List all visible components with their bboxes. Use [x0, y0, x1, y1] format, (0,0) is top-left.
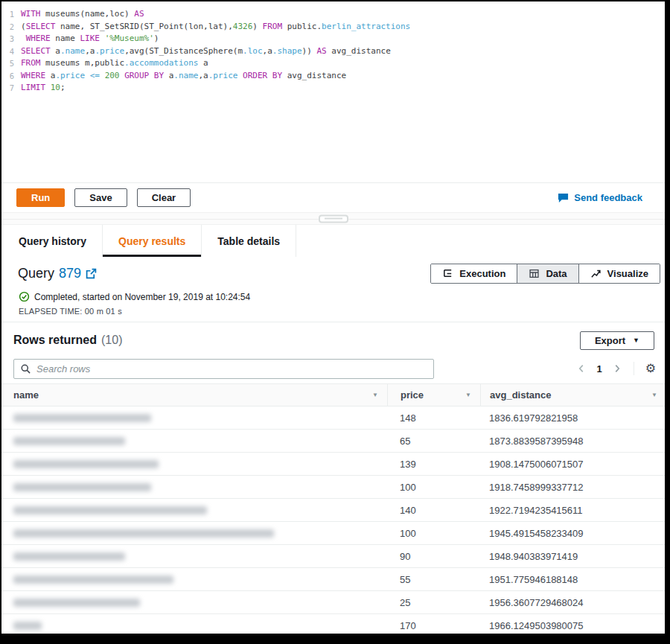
price-cell: 55 [387, 574, 480, 585]
name-cell [1, 483, 387, 491]
export-label: Export [595, 335, 625, 346]
tab-table-details[interactable]: Table details [202, 225, 296, 257]
table-row: 251956.3607729468024 [1, 591, 665, 614]
rows-returned-title: Rows returned(10) [13, 334, 122, 347]
sql-token: ,avg(ST_DistanceSphere(m [124, 45, 243, 58]
sql-token: a [51, 45, 60, 58]
code-line: 3 WHERE name LIKE '%Museum%') [1, 33, 665, 45]
query-editor-window: 1WITH museums(name,loc) AS2(SELECT name,… [0, 0, 670, 644]
save-button[interactable]: Save [74, 188, 127, 207]
execution-view-label: Execution [459, 268, 505, 279]
tab-table-details-label: Table details [217, 235, 280, 247]
sql-token: FROM [21, 57, 41, 70]
sql-token: .shape [272, 45, 302, 58]
sql-editor[interactable]: 1WITH museums(name,loc) AS2(SELECT name,… [1, 1, 665, 182]
name-cell [1, 437, 387, 445]
column-header-avg-distance[interactable]: avg_distance ▼ [480, 384, 665, 406]
name-cell [1, 414, 387, 422]
name-cell [1, 576, 387, 584]
sql-token [100, 33, 105, 45]
external-link-icon[interactable] [86, 268, 97, 279]
query-number-link[interactable]: 879 [59, 266, 81, 281]
visualize-chart-icon [590, 268, 602, 279]
sql-token: .loc [243, 45, 263, 58]
price-filter-icon[interactable]: ▼ [465, 392, 471, 398]
settings-gear-icon[interactable]: ⚙ [645, 363, 656, 374]
redacted-name-text [13, 506, 207, 514]
elapsed-time: ELAPSED TIME: 00 m 01 s [1, 302, 665, 322]
redacted-name-text [13, 576, 173, 584]
clear-button[interactable]: Clear [137, 188, 191, 207]
splitter-drag-handle[interactable] [319, 214, 348, 223]
avg-distance-cell: 1966.1249503980075 [480, 620, 665, 631]
line-number: 4 [1, 45, 14, 58]
chevron-left-icon [576, 363, 587, 374]
avg-distance-cell: 1873.8839587395948 [480, 436, 665, 447]
sql-token: ; [60, 82, 66, 95]
price-cell: 65 [387, 436, 480, 447]
execution-view-button[interactable]: Execution [431, 264, 517, 283]
line-number: 7 [1, 82, 14, 95]
name-cell [1, 599, 387, 607]
redacted-name-text [13, 529, 274, 538]
results-bar: Rows returned(10) Export ▼ [1, 322, 665, 352]
export-button[interactable]: Export ▼ [580, 331, 654, 350]
query-title-label: Query [18, 266, 54, 281]
table-row: 651873.8839587395948 [1, 430, 665, 453]
avg-distance-filter-icon[interactable]: ▼ [651, 392, 657, 398]
splitter-handle-bar [325, 218, 342, 220]
column-header-name[interactable]: name ▼ [1, 384, 387, 406]
tab-query-history[interactable]: Query history [3, 225, 103, 257]
sql-token: ,a [85, 45, 95, 58]
sql-token: SELECT [26, 21, 56, 34]
sql-token: )) [302, 45, 317, 58]
line-number: 1 [1, 8, 14, 21]
sql-token: <= [90, 70, 100, 83]
name-cell [1, 552, 387, 561]
sql-token [100, 70, 105, 83]
sql-token [85, 70, 90, 83]
avg-distance-cell: 1922.7194235415611 [480, 505, 665, 516]
next-page-button[interactable] [612, 363, 622, 374]
code-line: 4SELECT a.name,a.price,avg(ST_DistanceSp… [1, 45, 665, 58]
redacted-name-text [13, 622, 42, 630]
avg-distance-cell: 1956.3607729468024 [480, 597, 665, 608]
sql-token: ,a [198, 70, 208, 83]
sql-token: avg_distance [282, 70, 346, 83]
sql-token [21, 33, 26, 45]
column-header-price[interactable]: price ▼ [387, 384, 480, 406]
view-toggle: Execution Data Visualize [430, 264, 660, 284]
sql-token: .price [55, 70, 85, 83]
data-view-label: Data [546, 268, 567, 279]
name-cell [1, 506, 387, 514]
run-button[interactable]: Run [16, 188, 65, 207]
table-row: 551951.775946188148 [1, 568, 665, 591]
table-header: name ▼ price ▼ avg_distance ▼ [1, 383, 665, 407]
sql-token: .price [208, 70, 238, 83]
status-text: Completed, started on November 19, 2019 … [34, 292, 250, 302]
redacted-name-text [13, 460, 159, 468]
previous-page-button[interactable] [576, 363, 587, 374]
caret-down-icon: ▼ [633, 337, 639, 344]
tab-query-history-label: Query history [19, 235, 86, 247]
redacted-name-text [13, 483, 151, 491]
tab-query-results-label: Query results [118, 235, 185, 247]
table-row: 1001945.4915458233409 [1, 522, 665, 545]
line-number: 6 [1, 70, 14, 83]
pagination-separator [634, 362, 634, 375]
sql-token [45, 82, 51, 95]
sql-token: a [198, 57, 208, 70]
search-rows-input[interactable] [36, 363, 427, 374]
data-view-button[interactable]: Data [517, 264, 578, 283]
tab-query-results[interactable]: Query results [103, 225, 202, 257]
column-price-label: price [401, 389, 424, 401]
table-body: 1481836.619792821958651873.8839587395948… [1, 407, 665, 634]
send-feedback-link[interactable]: Send feedback [558, 192, 642, 203]
search-box[interactable] [13, 359, 434, 379]
sql-token: ) [252, 21, 262, 34]
results-tabs: Query history Query results Table detail… [1, 225, 665, 257]
name-filter-icon[interactable]: ▼ [372, 392, 378, 398]
sql-token: avg_distance [327, 45, 391, 58]
current-page-number[interactable]: 1 [596, 363, 602, 374]
visualize-view-button[interactable]: Visualize [578, 264, 660, 283]
